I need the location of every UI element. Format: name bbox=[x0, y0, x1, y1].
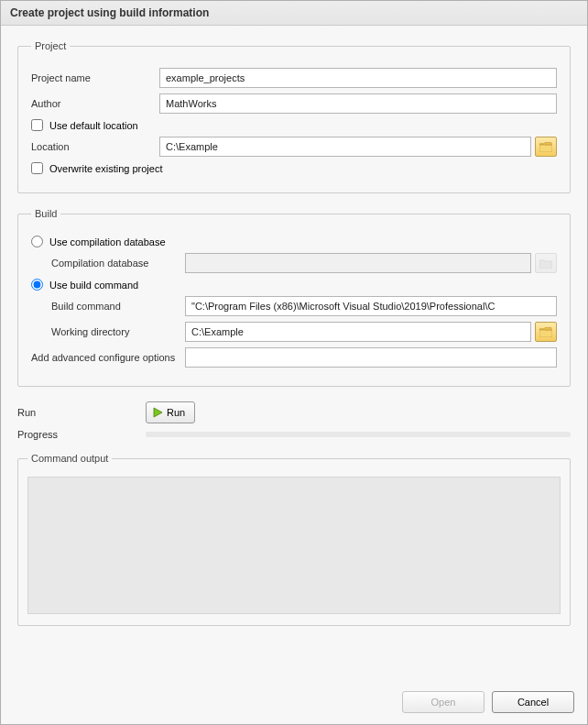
use-compilation-database-radio[interactable] bbox=[31, 236, 43, 247]
command-output-legend: Command output bbox=[27, 453, 112, 464]
folder-icon bbox=[539, 258, 552, 269]
overwrite-existing-checkbox[interactable] bbox=[31, 162, 43, 174]
progress-label: Progress bbox=[17, 429, 146, 440]
compilation-database-label: Compilation database bbox=[31, 258, 185, 269]
use-build-command-radio[interactable] bbox=[31, 279, 43, 291]
build-command-input[interactable] bbox=[185, 296, 557, 316]
location-browse-button[interactable] bbox=[535, 137, 557, 157]
run-button[interactable]: Run bbox=[146, 401, 195, 423]
author-label: Author bbox=[31, 98, 159, 109]
command-output-group: Command output bbox=[17, 453, 571, 626]
project-group: Project Project name Author Use default … bbox=[17, 40, 571, 193]
dialog-footer: Open Cancel bbox=[1, 682, 587, 724]
use-build-command-label[interactable]: Use build command bbox=[49, 280, 138, 291]
open-button: Open bbox=[402, 691, 485, 713]
run-button-label: Run bbox=[167, 407, 185, 418]
working-directory-label: Working directory bbox=[31, 326, 185, 337]
project-name-input[interactable] bbox=[159, 68, 557, 88]
play-icon bbox=[152, 407, 163, 418]
compilation-database-input bbox=[185, 253, 531, 273]
titlebar: Create project using build information bbox=[1, 1, 587, 26]
compilation-database-browse-button bbox=[535, 253, 557, 273]
run-label: Run bbox=[17, 407, 146, 418]
command-output-area bbox=[27, 477, 561, 614]
project-legend: Project bbox=[31, 40, 70, 51]
progress-bar bbox=[146, 432, 571, 437]
folder-icon bbox=[539, 327, 552, 337]
author-input[interactable] bbox=[159, 93, 557, 114]
folder-icon bbox=[539, 142, 552, 152]
dialog-window: Create project using build information P… bbox=[0, 0, 588, 725]
overwrite-existing-label[interactable]: Overwrite existing project bbox=[49, 163, 163, 174]
window-title: Create project using build information bbox=[10, 6, 209, 19]
working-directory-input[interactable] bbox=[185, 322, 531, 342]
use-default-location-label[interactable]: Use default location bbox=[49, 120, 138, 131]
location-label: Location bbox=[31, 141, 159, 152]
build-command-label: Build command bbox=[31, 301, 185, 312]
run-section: Run Run Progress bbox=[17, 401, 571, 440]
build-group: Build Use compilation database Compilati… bbox=[17, 208, 571, 387]
build-legend: Build bbox=[31, 208, 60, 219]
cancel-button[interactable]: Cancel bbox=[492, 691, 574, 713]
advanced-options-label: Add advanced configure options bbox=[31, 352, 185, 363]
location-input[interactable] bbox=[159, 137, 531, 157]
project-name-label: Project name bbox=[31, 72, 159, 83]
advanced-options-input[interactable] bbox=[185, 347, 557, 368]
working-directory-browse-button[interactable] bbox=[535, 322, 557, 342]
use-compilation-database-label[interactable]: Use compilation database bbox=[49, 236, 166, 247]
dialog-content: Project Project name Author Use default … bbox=[1, 26, 587, 682]
use-default-location-checkbox[interactable] bbox=[31, 119, 43, 131]
